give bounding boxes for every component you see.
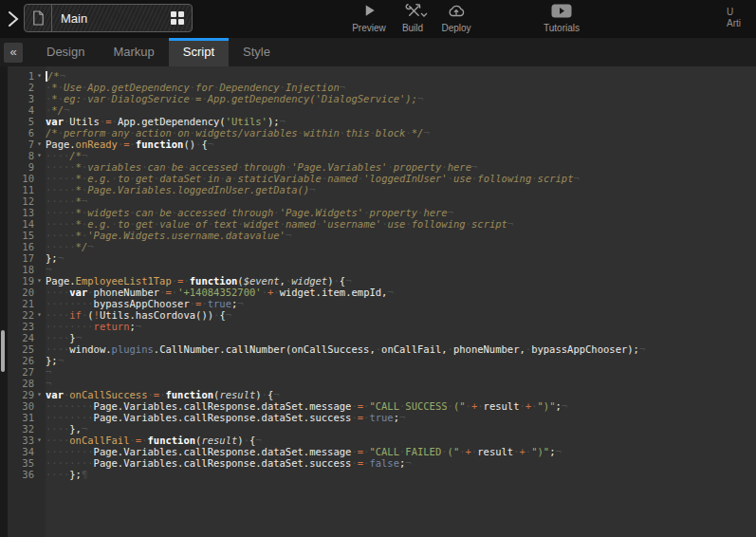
toolbar-actions: Preview Build	[347, 3, 586, 33]
code-line[interactable]: ·····*·variables·can·be·accessed·through…	[46, 161, 756, 173]
deploy-button[interactable]: Deploy	[434, 3, 478, 33]
page-selector-dropdown[interactable]: Main	[24, 4, 193, 32]
expand-panel-button[interactable]	[7, 9, 22, 28]
code-line[interactable]: };¬	[46, 252, 756, 264]
app-window: Main Preview	[0, 0, 756, 537]
tutorials-label: Tutorials	[544, 23, 580, 33]
build-label: Build	[402, 23, 423, 33]
code-line[interactable]: ····window.plugins.CallNumber.callNumber…	[46, 343, 756, 355]
code-line[interactable]: Page.EmployeeList1Tap·=·function($event,…	[46, 275, 756, 287]
code-line[interactable]: ¬	[46, 366, 756, 378]
code-line[interactable]: ····onCallFail·=·function(result)·{¬	[46, 435, 756, 446]
code-line[interactable]: ····var·phoneNumber·=·'+14084352700'·+·w…	[46, 287, 756, 298]
code-line[interactable]: ········Page.Variables.callResponse.data…	[46, 457, 756, 469]
code-line[interactable]: ········return;¬	[46, 321, 756, 332]
code-line[interactable]: ·····*·e.g.·to·get·dataSet·in·a·staticVa…	[46, 173, 756, 184]
code-line[interactable]: ········Page.Variables.callResponse.data…	[46, 446, 756, 457]
code-line[interactable]: ·*·eg:·var·DialogService·=·App.getDepend…	[46, 93, 756, 104]
code-line[interactable]: ········bypassAppChooser·=·true;¬	[46, 298, 756, 309]
artifacts-button-clipped[interactable]: U Arti	[727, 7, 756, 29]
code-line[interactable]: var·onCallSuccess·=·function(result)·{¬	[46, 389, 756, 400]
video-play-icon	[551, 4, 572, 22]
build-button[interactable]: Build	[391, 3, 434, 33]
code-line[interactable]: ·····*/¬	[46, 241, 756, 252]
chevron-down-icon[interactable]	[420, 5, 428, 22]
code-line[interactable]: ·····*·widgets·can·be·accessed·through·'…	[46, 207, 756, 218]
code-line[interactable]: /*·perform·any·action·on·widgets/variabl…	[46, 127, 756, 139]
tab-style[interactable]: Style	[229, 38, 285, 66]
tab-script[interactable]: Script	[169, 38, 229, 66]
code-line[interactable]: ¬	[46, 378, 756, 389]
code-line[interactable]: ····/*¬	[46, 150, 756, 161]
build-tools-icon	[405, 3, 421, 23]
scrollbar-thumb[interactable]	[1, 330, 5, 372]
code-line[interactable]: ····},¬	[46, 423, 756, 435]
script-editor[interactable]: 1▾234567▾8▾910111213141516171819▾202122▾…	[0, 66, 756, 537]
top-toolbar: Main Preview	[0, 0, 756, 38]
tutorials-button[interactable]: Tutorials	[537, 3, 586, 33]
code-lines[interactable]: /*¬·*·Use·App.getDependency·for·Dependen…	[46, 66, 756, 480]
code-line[interactable]: ·····*·e.g.·to·get·value·of·text·widget·…	[46, 218, 756, 230]
code-line[interactable]: ····if·(!Utils.hasCordova())·{¬	[46, 309, 756, 321]
play-icon	[362, 3, 377, 22]
chevron-right-icon	[7, 15, 20, 31]
tab-markup[interactable]: Markup	[99, 38, 168, 66]
code-line[interactable]: ¬	[46, 264, 756, 275]
code-line[interactable]: ····}¬	[46, 332, 756, 343]
tab-design[interactable]: Design	[32, 38, 99, 66]
code-line[interactable]: var·Utils·=·App.getDependency('Utils');¬	[46, 116, 756, 127]
cloud-upload-icon	[447, 3, 466, 23]
code-line[interactable]: ····};¶	[46, 469, 756, 480]
grid-view-icon[interactable]	[171, 11, 184, 25]
code-line[interactable]: Page.onReady·=·function()·{¬	[46, 139, 756, 150]
preview-button[interactable]: Preview	[347, 3, 391, 33]
code-line[interactable]: ·*/¬	[46, 104, 756, 116]
deploy-label: Deploy	[441, 23, 470, 33]
gutter[interactable]: 1▾234567▾8▾910111213141516171819▾202122▾…	[8, 66, 46, 537]
code-line[interactable]: ········Page.Variables.callResponse.data…	[46, 400, 756, 412]
code-line[interactable]: ·····*·Page.Variables.loggedInUser.getDa…	[46, 184, 756, 195]
page-selector-value: Main	[52, 11, 171, 26]
editor-tab-bar: « Design Markup Script Style	[0, 38, 756, 66]
code-line[interactable]: };¬	[46, 355, 756, 366]
code-line[interactable]: ·····*¬	[46, 195, 756, 207]
code-line[interactable]: ········Page.Variables.callResponse.data…	[46, 412, 756, 423]
collapsed-left-panel[interactable]	[0, 66, 8, 537]
collapse-sidebar-button[interactable]: «	[4, 43, 23, 63]
preview-label: Preview	[352, 23, 386, 33]
code-line[interactable]: /*¬	[46, 70, 756, 82]
code-line[interactable]: ·*·Use·App.getDependency·for·Dependency·…	[46, 82, 756, 93]
code-line[interactable]: ·····*·'Page.Widgets.username.datavalue'…	[46, 230, 756, 241]
page-document-icon	[25, 5, 52, 31]
